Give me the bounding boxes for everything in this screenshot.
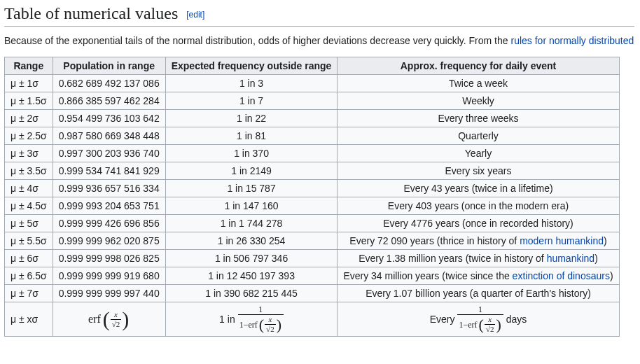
cell-expected-frequency: 1 in 1 744 278 (165, 215, 338, 232)
table-row: μ ± 4.5σ0.999 993 204 653 7511 in 147 16… (5, 197, 620, 215)
expected-formula-wrap: 1 in11−erf(x√2) (219, 305, 284, 333)
fraction-denominator: 1−erf(x√2) (238, 314, 284, 333)
left-paren-icon: ( (102, 309, 111, 330)
table-row: μ ± 3.5σ0.999 534 741 841 9291 in 2149Ev… (5, 162, 620, 180)
approx-link[interactable]: extinction of dinosaurs (513, 270, 610, 281)
table-row-formula: μ ± xσerf(x√2)1 in11−erf(x√2)Every11−erf… (5, 302, 620, 337)
cell-range: μ ± xσ (5, 302, 53, 337)
right-paren-icon: ) (121, 309, 130, 330)
cell-range: μ ± 6σ (5, 250, 53, 267)
section-title: Table of numerical values (4, 4, 178, 22)
erf-argument: (x√2) (102, 309, 130, 330)
cell-range: μ ± 2.5σ (5, 127, 53, 145)
table-row: μ ± 1σ0.682 689 492 137 0861 in 3Twice a… (5, 75, 620, 92)
table-header-row: Range Population in range Expected frequ… (5, 57, 620, 75)
approx-text-post: ) (610, 270, 613, 281)
approx-text-pre: Every 72 090 years (thrice in history of (349, 235, 520, 246)
approx-link[interactable]: humankind (547, 253, 595, 264)
cell-population: 0.954 499 736 103 642 (53, 110, 165, 127)
cell-range: μ ± 7σ (5, 285, 53, 302)
edit-link[interactable]: [edit] (186, 10, 204, 20)
fraction-x-over-sqrt2: x√2 (265, 316, 276, 333)
cell-population: 0.999 999 999 997 440 (53, 285, 165, 302)
cell-approx-frequency: Every three weeks (338, 110, 619, 127)
cell-population: 0.999 534 741 841 929 (53, 162, 165, 180)
cell-expected-frequency: 1 in 15 787 (165, 180, 338, 197)
numerical-values-table: Range Population in range Expected frequ… (4, 57, 620, 337)
cell-population: 0.682 689 492 137 086 (53, 75, 165, 92)
erf-label: erf (88, 313, 101, 326)
fraction-numerator: x (265, 316, 276, 324)
cell-approx-frequency: Every 43 years (twice in a lifetime) (338, 180, 619, 197)
erf-expression: erf(x√2) (88, 309, 130, 330)
cell-population: 0.999 999 999 919 680 (53, 267, 165, 285)
cell-population: 0.999 936 657 516 334 (53, 180, 165, 197)
cell-approx-frequency: Yearly (338, 145, 619, 162)
cell-expected-frequency: 1 in 370 (165, 145, 338, 162)
table-row: μ ± 7σ0.999 999 999 997 4401 in 390 682 … (5, 285, 620, 302)
cell-range: μ ± 4.5σ (5, 197, 53, 215)
fraction-x-over-sqrt2: x√2 (485, 316, 496, 333)
cell-range: μ ± 3σ (5, 145, 53, 162)
fraction-denominator: √2 (485, 324, 496, 333)
col-header-range: Range (5, 57, 53, 75)
cell-population: 0.997 300 203 936 740 (53, 145, 165, 162)
fraction-numerator: 1 (457, 305, 503, 314)
section-heading: Table of numerical values [edit] (4, 4, 634, 27)
cell-approx-frequency: Twice a week (338, 75, 619, 92)
every-label: Every (430, 314, 455, 325)
cell-range: μ ± 4σ (5, 180, 53, 197)
right-paren-icon: ) (276, 317, 282, 332)
table-row: μ ± 5.5σ0.999 999 962 020 8751 in 26 330… (5, 232, 620, 250)
col-header-approx: Approx. frequency for daily event (338, 57, 619, 75)
left-paren-icon: ( (258, 317, 265, 332)
intro-link[interactable]: rules for normally distributed (510, 35, 634, 46)
sqrt2: √2 (486, 325, 494, 333)
fraction-numerator: x (485, 316, 496, 324)
table-row: μ ± 4σ0.999 936 657 516 3341 in 15 787Ev… (5, 180, 620, 197)
fraction-x-over-sqrt2: x√2 (111, 311, 122, 328)
table-row: μ ± 6.5σ0.999 999 999 919 6801 in 12 450… (5, 267, 620, 285)
erf-argument: (x√2) (258, 316, 282, 333)
cell-approx-frequency: Every 1.07 billion years (a quarter of E… (338, 285, 619, 302)
cell-range: μ ± 5σ (5, 215, 53, 232)
cell-approx-frequency: Every 72 090 years (thrice in history of… (338, 232, 619, 250)
cell-population-formula: erf(x√2) (53, 302, 165, 337)
cell-expected-frequency: 1 in 147 160 (165, 197, 338, 215)
table-row: μ ± 2.5σ0.987 580 669 348 4481 in 81Quar… (5, 127, 620, 145)
cell-expected-frequency: 1 in 22 (165, 110, 338, 127)
cell-approx-frequency: Every six years (338, 162, 619, 180)
intro-paragraph: Because of the exponential tails of the … (4, 34, 634, 48)
cell-expected-frequency: 1 in 390 682 215 445 (165, 285, 338, 302)
cell-expected-frequency: 1 in 7 (165, 92, 338, 110)
cell-population: 0.987 580 669 348 448 (53, 127, 165, 145)
cell-range: μ ± 5.5σ (5, 232, 53, 250)
cell-approx-frequency: Quarterly (338, 127, 619, 145)
cell-range: μ ± 3.5σ (5, 162, 53, 180)
cell-range: μ ± 1.5σ (5, 92, 53, 110)
cell-range: μ ± 1σ (5, 75, 53, 92)
col-header-expected: Expected frequency outside range (165, 57, 338, 75)
sqrt2: √2 (112, 320, 120, 328)
approx-text-pre: Every 34 million years (twice since the (343, 270, 512, 281)
approx-text-post: ) (594, 253, 598, 264)
cell-approx-frequency-formula: Every11−erf(x√2)days (338, 302, 619, 337)
cell-expected-frequency-formula: 1 in11−erf(x√2) (165, 302, 338, 337)
cell-expected-frequency: 1 in 506 797 346 (165, 250, 338, 267)
table-row: μ ± 1.5σ0.866 385 597 462 2841 in 7Weekl… (5, 92, 620, 110)
approx-link[interactable]: modern humankind (520, 235, 604, 246)
fraction-denominator: 1−erf(x√2) (457, 314, 503, 333)
approx-formula-wrap: Every11−erf(x√2)days (430, 305, 527, 333)
left-paren-icon: ( (478, 317, 485, 332)
one-in-label: 1 in (219, 314, 235, 325)
table-row: μ ± 3σ0.997 300 203 936 7401 in 370Yearl… (5, 145, 620, 162)
fraction-denominator: √2 (111, 319, 122, 328)
table-row: μ ± 5σ0.999 999 426 696 8561 in 1 744 27… (5, 215, 620, 232)
right-paren-icon: ) (495, 317, 501, 332)
col-header-population: Population in range (53, 57, 165, 75)
fraction-denominator: √2 (265, 324, 276, 333)
cell-approx-frequency: Every 34 million years (twice since the … (338, 267, 619, 285)
approx-text-post: ) (604, 235, 607, 246)
fraction-one-over-one-minus-erf: 11−erf(x√2) (457, 305, 503, 333)
fraction-numerator: x (111, 311, 122, 319)
